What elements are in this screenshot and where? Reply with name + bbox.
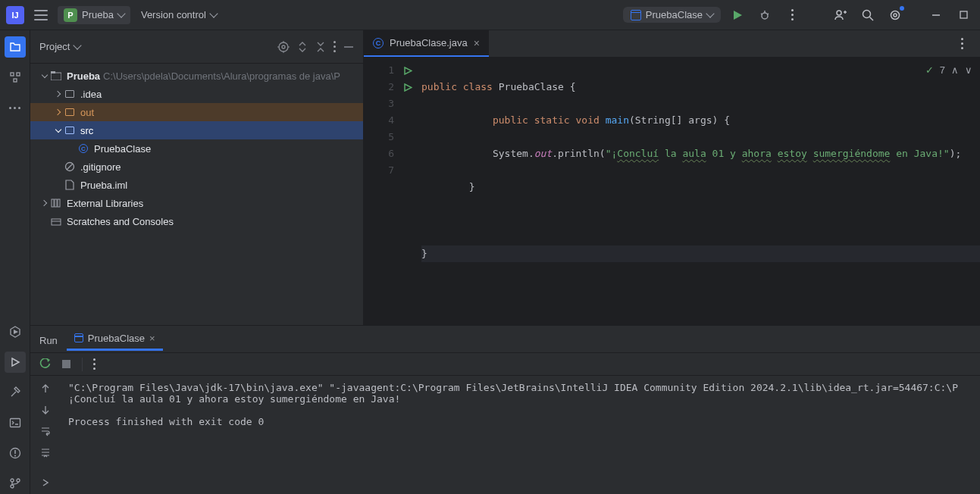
run-title: Run (39, 332, 58, 346)
tree-item-class[interactable]: C PruebaClase (30, 139, 363, 158)
stop-button[interactable] (61, 359, 71, 369)
play-icon (732, 10, 743, 20)
scroll-down-icon[interactable] (40, 405, 51, 415)
svg-point-28 (282, 45, 285, 48)
svg-rect-15 (17, 73, 20, 76)
scroll-to-end-icon[interactable] (40, 447, 51, 458)
line-number: 6 (364, 145, 394, 162)
run-button[interactable] (727, 5, 748, 26)
tree-item-iml[interactable]: Prueba.iml (30, 176, 363, 194)
file-icon (65, 180, 74, 190)
svg-rect-46 (62, 360, 70, 368)
svg-point-11 (894, 14, 897, 17)
tree-path: C:\Users\pdela\Documents\Alura\programas… (103, 70, 340, 82)
tree-label: Scratches and Consoles (67, 216, 174, 227)
collapse-all-icon[interactable] (315, 42, 326, 52)
tab-options-button[interactable] (951, 33, 972, 55)
scratches-icon (51, 217, 61, 226)
tree-root[interactable]: Prueba C:\Users\pdela\Documents\Alura\pr… (30, 67, 363, 85)
hide-panel-icon[interactable] (343, 42, 354, 52)
svg-point-5 (837, 11, 841, 15)
ignore-icon (64, 161, 75, 172)
build-tool-button[interactable] (5, 382, 26, 403)
inspections-count: 7 (940, 62, 945, 79)
services-tool-button[interactable] (5, 321, 26, 342)
tree-label: Prueba (67, 70, 100, 82)
tree-label: PruebaClase (94, 143, 151, 155)
tree-item-external-libraries[interactable]: External Libraries (30, 194, 363, 212)
run-tab[interactable]: PruebaClase × (67, 328, 163, 351)
problems-tool-button[interactable] (5, 442, 26, 464)
svg-point-10 (891, 11, 900, 19)
window-minimize-button[interactable] (925, 5, 947, 26)
svg-point-1 (762, 13, 768, 19)
line-number: 1 (364, 62, 394, 79)
run-gutter-icon[interactable] (404, 67, 412, 75)
more-actions-button[interactable] (781, 5, 803, 26)
rerun-button[interactable] (39, 358, 51, 370)
add-user-icon (834, 9, 847, 21)
vcs-tool-button[interactable] (5, 473, 26, 494)
run-tab-label: PruebaClase (88, 333, 145, 344)
close-tab-button[interactable]: × (474, 37, 480, 49)
svg-marker-0 (734, 11, 742, 20)
more-tools-button[interactable] (5, 97, 26, 118)
warning-icon (9, 447, 21, 459)
svg-rect-39 (55, 199, 57, 207)
structure-icon (9, 71, 21, 83)
svg-rect-13 (960, 11, 967, 18)
next-highlight-icon[interactable]: ∨ (965, 62, 972, 79)
code-with-me-button[interactable] (830, 5, 851, 26)
run-config-selector[interactable]: PruebaClase (623, 7, 721, 23)
debug-button[interactable] (754, 5, 775, 26)
structure-tool-button[interactable] (5, 67, 26, 88)
terminal-tool-button[interactable] (5, 412, 26, 433)
console-stdout: ¡Concluí la aula 01 y ahora estoy sumerg… (68, 393, 400, 405)
svg-marker-43 (405, 67, 412, 74)
settings-button[interactable] (885, 5, 906, 26)
panel-options-button[interactable] (333, 41, 336, 52)
svg-marker-18 (14, 330, 18, 334)
run-gutter-icon[interactable] (404, 83, 412, 92)
run-tool-window: Run PruebaClase × (30, 326, 980, 494)
project-tool-button[interactable] (5, 36, 26, 58)
run-options-button[interactable] (93, 358, 95, 370)
tree-item-idea[interactable]: .idea (30, 85, 363, 103)
project-panel-title[interactable]: Project (39, 41, 80, 52)
vcs-menu[interactable]: Version control (136, 6, 221, 23)
maximize-icon (960, 11, 968, 19)
line-number: 5 (364, 129, 394, 145)
tree-item-out[interactable]: out (30, 103, 363, 121)
select-opened-file-icon[interactable] (277, 41, 290, 53)
search-button[interactable] (857, 5, 878, 26)
project-selector[interactable]: P Prueba (58, 6, 130, 24)
svg-rect-16 (14, 79, 17, 82)
code-editor[interactable]: 1 2 3 4 5 6 7 public class PruebaClase {… (364, 58, 980, 325)
run-tool-button[interactable] (5, 352, 26, 373)
svg-point-8 (863, 10, 871, 17)
tree-item-scratches[interactable]: Scratches and Consoles (30, 212, 363, 230)
project-tree[interactable]: Prueba C:\Users\pdela\Documents\Alura\pr… (30, 64, 363, 325)
soft-wrap-icon[interactable] (40, 426, 51, 436)
editor-tab[interactable]: C PruebaClase.java × (364, 30, 489, 57)
close-run-tab-button[interactable]: × (149, 333, 155, 344)
chevron-down-icon (209, 9, 218, 17)
inspections-widget[interactable]: ✓ 7 ∧ ∨ (925, 62, 972, 79)
window-maximize-button[interactable] (953, 5, 974, 26)
chevron-right-icon[interactable] (42, 479, 49, 486)
git-branch-icon (9, 477, 21, 489)
minimize-icon (931, 11, 941, 20)
tree-item-src[interactable]: src (30, 121, 363, 139)
tree-label: External Libraries (67, 198, 143, 209)
app-logo-icon: IJ (6, 6, 24, 24)
scroll-up-icon[interactable] (40, 383, 51, 394)
svg-line-3 (761, 14, 762, 14)
svg-point-26 (17, 479, 20, 482)
svg-marker-44 (405, 84, 412, 91)
kebab-icon (961, 38, 963, 49)
expand-all-icon[interactable] (297, 42, 308, 52)
main-menu-button[interactable] (30, 5, 52, 26)
prev-highlight-icon[interactable]: ∧ (951, 62, 959, 79)
console-output[interactable]: "C:\Program Files\Java\jdk-17\bin\java.e… (61, 376, 980, 494)
tree-item-gitignore[interactable]: .gitignore (30, 158, 363, 176)
